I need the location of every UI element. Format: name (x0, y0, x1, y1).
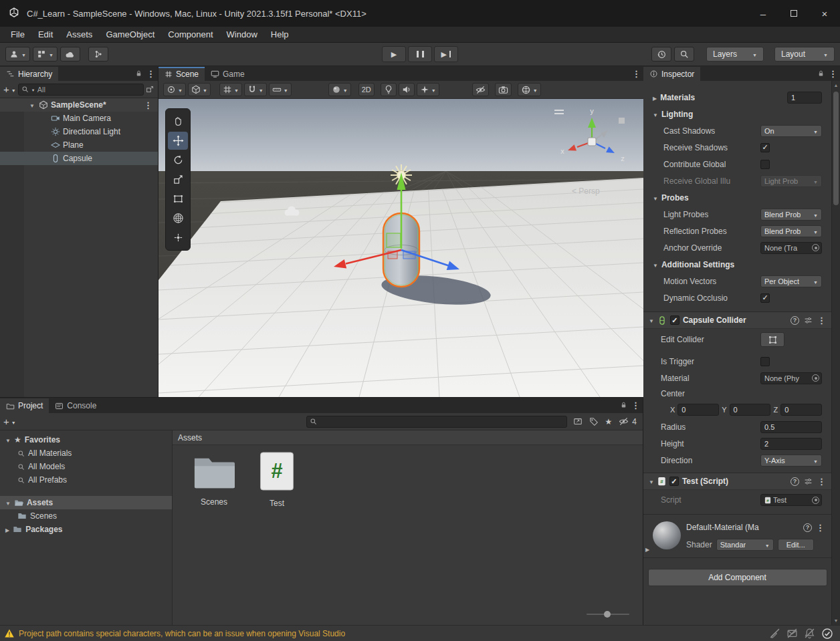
favorite-all-prefabs[interactable]: All Prefabs (0, 473, 172, 487)
tab-project[interactable]: Project (0, 398, 49, 413)
scene-options-icon[interactable] (144, 100, 152, 110)
scene-canvas[interactable]: y x z < Persp (159, 99, 643, 397)
hidden-packages-icon[interactable] (619, 416, 629, 426)
editor-status-ok-icon[interactable] (821, 628, 833, 640)
radius-field[interactable]: 0.5 (760, 421, 822, 433)
inspector-menu-icon[interactable] (829, 69, 837, 79)
pause-button[interactable] (408, 46, 432, 62)
messages-muted-icon[interactable] (786, 628, 798, 639)
reflection-probes-dropdown[interactable]: Blend Prob (760, 225, 822, 237)
edit-collider-button[interactable] (760, 332, 784, 347)
scrollbar-thumb[interactable] (833, 92, 839, 205)
hierarchy-search-input[interactable]: All (18, 84, 144, 96)
shading-mode-dropdown[interactable] (328, 83, 351, 96)
contribute-global-checkbox[interactable] (760, 160, 770, 169)
perspective-label[interactable]: < Persp (572, 186, 600, 196)
tab-inspector[interactable]: Inspector (643, 67, 700, 81)
move-tool-button[interactable] (168, 132, 188, 150)
menu-item-component[interactable]: Component (161, 29, 219, 39)
tab-scene[interactable]: Scene (159, 67, 205, 81)
project-search-input[interactable] (306, 416, 567, 428)
test-script-header[interactable]: # Test (Script) ? (643, 473, 831, 490)
play-button[interactable] (382, 46, 406, 62)
scene-visibility-toggle[interactable] (472, 83, 489, 96)
materials-count-field[interactable]: 1 (787, 92, 822, 104)
layers-dropdown[interactable]: Layers (706, 47, 764, 61)
tree-scenes-row[interactable]: Scenes (0, 509, 172, 523)
foldout-icon[interactable] (29, 100, 35, 110)
help-icon[interactable]: ? (791, 316, 799, 325)
tab-console[interactable]: Console (49, 398, 102, 413)
object-picker-icon[interactable] (812, 374, 819, 382)
handle-rotation-dropdown[interactable] (188, 83, 211, 96)
handle-position-dropdown[interactable] (163, 83, 186, 96)
asset-tile-test-script[interactable]: # Test (250, 452, 304, 508)
scale-tool-button[interactable] (168, 170, 188, 188)
scene-menu-icon[interactable] (632, 69, 641, 79)
lock-icon[interactable] (620, 401, 627, 409)
help-icon[interactable]: ? (791, 477, 799, 486)
dynamic-occlusion-checkbox[interactable] (760, 293, 770, 303)
additional-settings-header[interactable]: Additional Settings (643, 256, 831, 273)
presets-icon[interactable] (804, 316, 813, 325)
minimize-button[interactable]: – (748, 0, 778, 27)
tree-packages-row[interactable]: Packages (0, 523, 172, 536)
search-by-label-icon[interactable] (589, 417, 599, 426)
lighting-section-header[interactable]: Lighting (643, 106, 831, 122)
account-dropdown[interactable] (5, 47, 30, 61)
center-z-field[interactable]: 0 (780, 404, 822, 416)
is-trigger-checkbox[interactable] (760, 357, 770, 366)
2d-toggle[interactable]: 2D (358, 83, 375, 96)
hand-tool-button[interactable] (168, 112, 188, 130)
maximize-button[interactable] (778, 0, 809, 27)
direction-dropdown[interactable]: Y-Axis (760, 455, 822, 467)
chevron-down-icon[interactable] (11, 417, 16, 426)
motion-vectors-dropdown[interactable]: Per Object (760, 275, 822, 287)
menu-item-assets[interactable]: Assets (60, 29, 99, 39)
hierarchy-item-main-camera[interactable]: Main Camera (0, 112, 158, 125)
search-button[interactable] (674, 47, 694, 61)
saved-search-icon[interactable] (605, 417, 613, 426)
menu-item-file[interactable]: File (4, 29, 31, 39)
close-button[interactable]: × (809, 0, 840, 27)
lock-icon[interactable] (135, 70, 142, 78)
effects-dropdown[interactable] (417, 83, 439, 96)
snap-toggle[interactable] (244, 83, 267, 96)
scene-audio-toggle[interactable] (399, 83, 415, 96)
material-footer[interactable]: Default-Material (Ma ? Shader Standar Ed… (643, 515, 831, 557)
transform-tool-button[interactable] (168, 209, 188, 227)
material-foldout-icon[interactable] (645, 544, 649, 553)
script-field[interactable]: # Test (760, 494, 822, 506)
asset-tile-scenes[interactable]: Scenes (187, 455, 241, 507)
version-control-button[interactable] (88, 47, 108, 61)
notifications-muted-icon[interactable] (804, 628, 815, 639)
create-button[interactable] (3, 84, 9, 95)
search-pick-icon[interactable] (146, 85, 154, 94)
scene-viewport[interactable]: y x z < Persp (159, 99, 643, 397)
probes-section-header[interactable]: Probes (643, 189, 831, 206)
icon-size-slider[interactable] (587, 610, 629, 618)
cloud-button[interactable] (60, 47, 80, 61)
receive-shadows-checkbox[interactable] (760, 143, 770, 152)
component-enabled-checkbox[interactable] (669, 477, 679, 486)
create-asset-button[interactable] (3, 416, 9, 427)
favorite-all-materials[interactable]: All Materials (0, 446, 172, 460)
hierarchy-item-plane[interactable]: Plane (0, 138, 158, 152)
physic-material-field[interactable]: None (Phy (760, 372, 822, 384)
help-icon[interactable]: ? (803, 523, 812, 532)
open-in-search-icon[interactable] (573, 417, 583, 426)
menu-item-window[interactable]: Window (220, 29, 264, 39)
presets-icon[interactable] (804, 477, 813, 486)
menu-item-edit[interactable]: Edit (31, 29, 60, 39)
tab-game[interactable]: Game (205, 67, 251, 81)
hierarchy-menu-icon[interactable] (146, 69, 155, 79)
favorites-header-row[interactable]: Favorites (0, 433, 172, 446)
cast-shadows-dropdown[interactable]: On (760, 125, 822, 137)
menu-item-gameobject[interactable]: GameObject (99, 29, 161, 39)
object-picker-icon[interactable] (812, 497, 819, 504)
material-preview-sphere[interactable] (653, 521, 681, 549)
center-x-field[interactable]: 0 (677, 404, 719, 416)
materials-foldout-row[interactable]: Materials 1 (643, 89, 831, 106)
light-probes-dropdown[interactable]: Blend Prob (760, 209, 822, 221)
rect-tool-button[interactable] (168, 190, 188, 208)
